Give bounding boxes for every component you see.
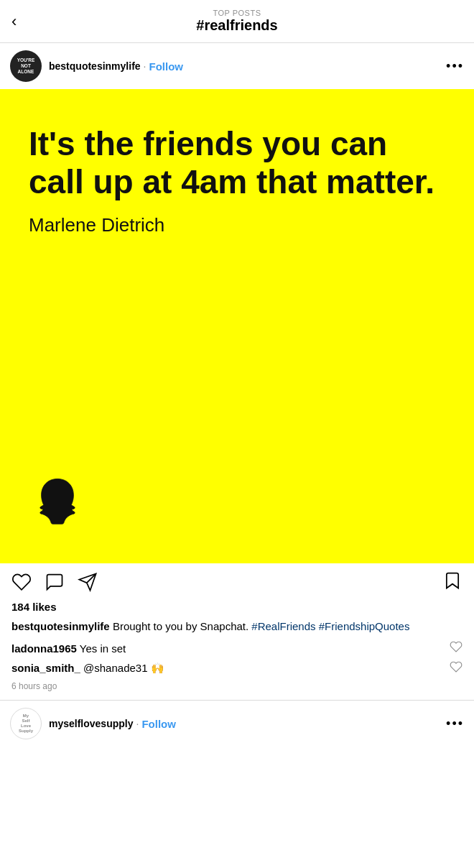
bookmark-button[interactable] bbox=[442, 571, 463, 594]
caption-username[interactable]: bestquotesinmylife bbox=[11, 620, 110, 632]
comment-heart-icon-1 bbox=[450, 640, 463, 653]
comment-heart-icon-2 bbox=[450, 660, 463, 673]
comment-text-1: Yes in set bbox=[80, 642, 126, 655]
comment-icon bbox=[45, 572, 65, 592]
post1-caption: bestquotesinmylife Brought to you by Sna… bbox=[0, 617, 474, 638]
post1-quote: It's the friends you can call up at 4am … bbox=[29, 125, 445, 201]
caption-text: Brought to you by Snapchat. bbox=[113, 620, 248, 632]
post1-header-left: YOU'RENOTALONE bestquotesinmylife · Foll… bbox=[10, 50, 183, 82]
post1-text-content: It's the friends you can call up at 4am … bbox=[29, 125, 445, 236]
comment-content-2: sonia_smith_ @shanade31 🙌 bbox=[11, 662, 164, 675]
share-icon bbox=[78, 572, 98, 592]
post2-header: MySelfLoveSupply myselflovesupply · Foll… bbox=[0, 701, 474, 747]
share-button[interactable] bbox=[78, 572, 98, 592]
top-header: ‹ TOP POSTS #realfriends bbox=[0, 0, 474, 43]
header-title-wrap: TOP POSTS #realfriends bbox=[196, 9, 277, 34]
post2-follow-button[interactable]: Follow bbox=[141, 718, 176, 730]
post1-timestamp: 6 hours ago bbox=[0, 678, 474, 700]
avatar-text: YOU'RENOTALONE bbox=[17, 57, 35, 74]
comment-text-2: @shanade31 🙌 bbox=[83, 662, 164, 674]
post1-actions-bar bbox=[0, 563, 474, 601]
post2-dot-separator: · bbox=[136, 718, 139, 729]
comment1-like-button[interactable] bbox=[450, 640, 463, 656]
post2-username[interactable]: myselflovesupply bbox=[49, 718, 134, 729]
comment2-like-button[interactable] bbox=[450, 660, 463, 676]
post1-follow-button[interactable]: Follow bbox=[149, 60, 183, 73]
comment-username-1[interactable]: ladonna1965 bbox=[11, 642, 77, 655]
like-button[interactable] bbox=[11, 572, 32, 592]
post2-avatar-text: MySelfLoveSupply bbox=[19, 714, 33, 734]
post1-username-follow: bestquotesinmylife · Follow bbox=[49, 60, 183, 73]
caption-hashtags[interactable]: #RealFriends #FriendshipQuotes bbox=[251, 620, 409, 632]
bookmark-icon bbox=[442, 571, 463, 591]
dot-separator: · bbox=[144, 60, 147, 72]
snapchat-logo bbox=[29, 474, 445, 535]
comment-username-2[interactable]: sonia_smith_ bbox=[11, 662, 80, 674]
avatar[interactable]: YOU'RENOTALONE bbox=[10, 50, 42, 82]
post1-likes: 184 likes bbox=[0, 601, 474, 617]
comment-row-2: sonia_smith_ @shanade31 🙌 bbox=[0, 658, 474, 678]
post1-header: YOU'RENOTALONE bestquotesinmylife · Foll… bbox=[0, 43, 474, 89]
comment-button[interactable] bbox=[45, 572, 65, 592]
post2-username-follow: myselflovesupply · Follow bbox=[49, 718, 176, 730]
comment-row-1: ladonna1965 Yes in set bbox=[0, 638, 474, 658]
heart-icon bbox=[11, 572, 32, 592]
post2-more-button[interactable]: ••• bbox=[446, 716, 464, 731]
hashtag-title: #realfriends bbox=[196, 17, 277, 34]
comment-content-1: ladonna1965 Yes in set bbox=[11, 642, 126, 655]
post1-actions-left bbox=[11, 572, 98, 592]
post1-author: Marlene Dietrich bbox=[29, 214, 445, 236]
top-posts-label: TOP POSTS bbox=[196, 9, 277, 17]
post2-avatar[interactable]: MySelfLoveSupply bbox=[10, 708, 42, 739]
post1-image: It's the friends you can call up at 4am … bbox=[0, 89, 474, 563]
back-button[interactable]: ‹ bbox=[11, 12, 17, 31]
post1-more-button[interactable]: ••• bbox=[446, 59, 464, 74]
post2-header-left: MySelfLoveSupply myselflovesupply · Foll… bbox=[10, 708, 176, 739]
post1-username[interactable]: bestquotesinmylife bbox=[49, 60, 141, 72]
